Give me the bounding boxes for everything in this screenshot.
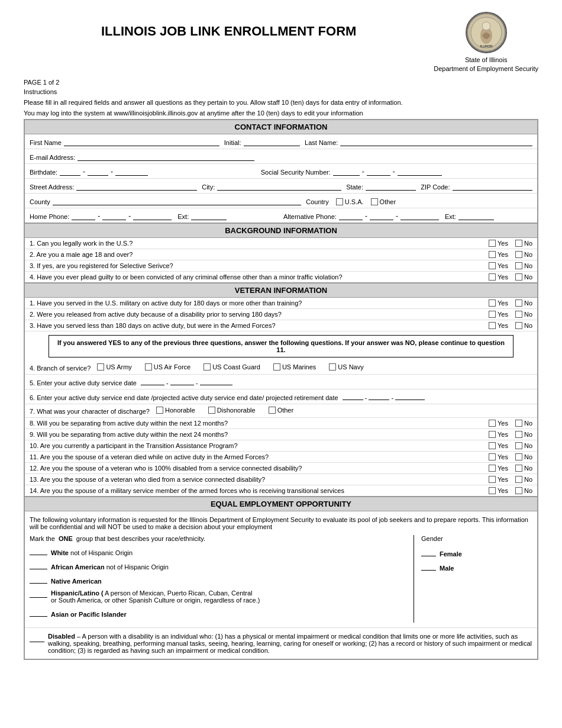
- state-input[interactable]: [366, 181, 416, 191]
- vet-q8-no[interactable]: [515, 420, 522, 427]
- dishonorable-checkbox[interactable]: [208, 407, 215, 414]
- county-input[interactable]: [53, 196, 301, 205]
- vet-q13-no[interactable]: [515, 476, 522, 483]
- other-checkbox[interactable]: [371, 198, 378, 205]
- zip-label: ZIP Code:: [421, 183, 450, 191]
- ssn-part1-input[interactable]: [333, 166, 360, 176]
- home-ext-input[interactable]: [191, 211, 227, 220]
- female-line[interactable]: [421, 548, 436, 556]
- asian-line[interactable]: [30, 608, 47, 617]
- eeo-intro-text: The following voluntary information is r…: [30, 516, 532, 530]
- q7-label: 7. What was your character of discharge?: [30, 408, 150, 415]
- ssn-part2-input[interactable]: [367, 166, 390, 176]
- birth-day-input[interactable]: [88, 166, 108, 176]
- vet-q11-no[interactable]: [515, 453, 522, 460]
- air-force-checkbox[interactable]: [145, 363, 152, 371]
- branch-row: 4. Branch of service? US Army US Air For…: [25, 361, 537, 375]
- initial-input[interactable]: [244, 137, 301, 146]
- vet-q14-text: 14. Are you the spouse of a military ser…: [30, 487, 479, 494]
- usa-checkbox[interactable]: [336, 198, 343, 205]
- vet-q2-yes[interactable]: [489, 311, 496, 318]
- bg-q2-no[interactable]: [515, 251, 522, 258]
- alt-ext-input[interactable]: [458, 211, 494, 220]
- vet-q11-yes[interactable]: [489, 453, 496, 460]
- bg-q1-yes[interactable]: [489, 240, 496, 247]
- vet-q13-yes[interactable]: [489, 476, 496, 483]
- last-name-label: Last Name:: [305, 139, 338, 146]
- honorable-checkbox[interactable]: [156, 407, 163, 414]
- bg-q2-row: 2. Are you a male age 18 and over? Yes N…: [25, 249, 537, 260]
- alt-phone-area-input[interactable]: [339, 211, 363, 220]
- hispanic-line[interactable]: [30, 590, 47, 598]
- vet-q12-no[interactable]: [515, 465, 522, 472]
- discharge-other-checkbox[interactable]: [269, 407, 276, 414]
- african-american-line[interactable]: [30, 561, 47, 569]
- home-phone-area-input[interactable]: [72, 211, 95, 220]
- vet-q10-no[interactable]: [515, 442, 522, 449]
- birth-month-input[interactable]: [60, 166, 80, 176]
- vet-q12-row: 12. Are you the spouse of a veteran who …: [25, 463, 537, 474]
- vet-q1-yes[interactable]: [489, 299, 496, 307]
- vet-q9-no[interactable]: [515, 431, 522, 438]
- vet-q11-row: 11. Are you the spouse of a veteran died…: [25, 452, 537, 463]
- vet-q14-no[interactable]: [515, 487, 522, 494]
- bg-q4-yes[interactable]: [489, 273, 496, 281]
- navy-checkbox[interactable]: [329, 363, 336, 371]
- vet-q12-yes[interactable]: [489, 465, 496, 472]
- coast-guard-checkbox[interactable]: [204, 363, 211, 371]
- bg-q4-row: 4. Have you ever plead guilty to or been…: [25, 272, 537, 282]
- bg-q3-text: 3. If yes, are you registered for Select…: [30, 262, 479, 269]
- bg-q4-no[interactable]: [515, 273, 522, 281]
- home-phone-number-input[interactable]: [133, 211, 172, 220]
- instructions-line2: Please fill in all required fields and a…: [24, 99, 538, 106]
- marines-checkbox[interactable]: [273, 363, 280, 371]
- vet-q14-yes[interactable]: [489, 487, 496, 494]
- ssn-part3-input[interactable]: [398, 166, 442, 176]
- bg-q3-no[interactable]: [515, 262, 522, 269]
- bg-q3-yes[interactable]: [489, 262, 496, 269]
- q5-row: 5. Enter your active duty service date -…: [25, 375, 537, 389]
- veteran-header: VETERAN INFORMATION: [24, 283, 538, 298]
- army-checkbox[interactable]: [97, 363, 104, 371]
- alt-phone-prefix-input[interactable]: [370, 211, 393, 220]
- city-input[interactable]: [217, 181, 341, 191]
- svg-point-3: [482, 22, 490, 30]
- birth-year-input[interactable]: [115, 166, 148, 176]
- first-name-input[interactable]: [64, 137, 219, 146]
- branch-label: 4. Branch of service?: [30, 365, 91, 372]
- army-label: US Army: [106, 363, 131, 371]
- email-input[interactable]: [77, 152, 254, 161]
- last-name-input[interactable]: [340, 137, 532, 146]
- vet-q3-yes[interactable]: [489, 322, 496, 329]
- honorable-label: Honorable: [165, 407, 195, 414]
- vet-q2-no[interactable]: [515, 311, 522, 318]
- white-line[interactable]: [30, 547, 47, 555]
- zip-input[interactable]: [453, 181, 532, 191]
- vet-q3-no[interactable]: [515, 322, 522, 329]
- instructions-label: Instructions: [24, 88, 538, 95]
- home-phone-prefix-input[interactable]: [102, 211, 126, 220]
- vet-q10-yes[interactable]: [489, 442, 496, 449]
- street-label: Street Address:: [30, 183, 74, 191]
- vet-q10-row: 10. Are you currently a participant in t…: [25, 440, 537, 452]
- bg-q2-yes[interactable]: [489, 251, 496, 258]
- alt-phone-number-input[interactable]: [400, 211, 439, 220]
- vet-q9-yes[interactable]: [489, 431, 496, 438]
- vet-q11-text: 11. Are you the spouse of a veteran died…: [30, 453, 479, 460]
- race-native-american: Native American: [30, 575, 406, 585]
- race-asian: Asian or Pacific Islander: [30, 608, 406, 618]
- vet-q13-text: 13. Are you the spouse of a veteran who …: [30, 476, 479, 483]
- native-american-line[interactable]: [30, 575, 47, 584]
- vet-q8-yes[interactable]: [489, 420, 496, 427]
- bg-q1-no[interactable]: [515, 240, 522, 247]
- state-seal-icon: ILLINOIS: [466, 12, 507, 53]
- vet-q1-row: 1. Have you served in the U.S. military …: [25, 298, 537, 309]
- background-header: BACKGROUND INFORMATION: [24, 223, 538, 238]
- vet-q9-row: 9. Will you be separating from active du…: [25, 429, 537, 440]
- street-input[interactable]: [76, 181, 197, 191]
- alt-phone-label: Alternative Phone:: [283, 213, 337, 220]
- male-line[interactable]: [421, 562, 436, 571]
- disabled-line[interactable]: [30, 634, 44, 642]
- vet-q1-no[interactable]: [515, 299, 522, 307]
- bg-q4-text: 4. Have you ever plead guilty to or been…: [30, 273, 479, 281]
